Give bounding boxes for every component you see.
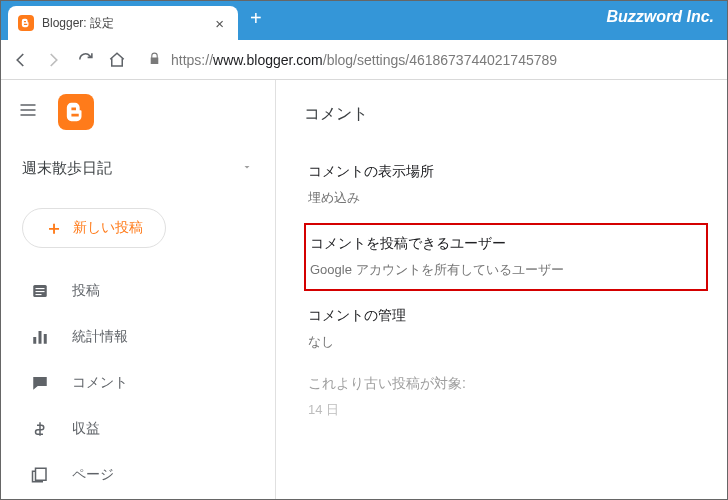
comments-icon: [30, 374, 50, 392]
brand-label: Buzzword Inc.: [606, 8, 714, 26]
hamburger-menu-icon[interactable]: [18, 100, 38, 124]
nav-label: 投稿: [72, 282, 100, 300]
url-text: https://www.blogger.com/blog/settings/46…: [171, 52, 557, 68]
chevron-down-icon: [241, 159, 253, 177]
setting-label: コメントの管理: [308, 307, 704, 325]
setting-who-can-comment[interactable]: コメントを投稿できるユーザー Google アカウントを所有しているユーザー: [304, 223, 708, 291]
nav-label: ページ: [72, 466, 114, 484]
svg-rect-2: [36, 291, 45, 292]
sidebar-item-pages[interactable]: ページ: [0, 452, 275, 498]
app-header: [0, 80, 275, 144]
pages-icon: [30, 466, 50, 484]
svg-rect-3: [36, 294, 42, 295]
setting-value: 14 日: [308, 401, 704, 419]
new-post-button[interactable]: ＋ 新しい投稿: [22, 208, 166, 248]
sidebar-item-earnings[interactable]: 収益: [0, 406, 275, 452]
close-icon[interactable]: ×: [211, 13, 228, 34]
svg-rect-4: [33, 337, 36, 344]
new-tab-button[interactable]: +: [238, 7, 274, 30]
main-content: コメント コメントの表示場所 埋め込み コメントを投稿できるユーザー Googl…: [276, 80, 728, 500]
tab-title: Blogger: 設定: [42, 15, 203, 32]
sidebar-item-posts[interactable]: 投稿: [0, 268, 275, 314]
browser-titlebar: Blogger: 設定 × + Buzzword Inc.: [0, 0, 728, 40]
setting-comment-location[interactable]: コメントの表示場所 埋め込み: [304, 151, 708, 219]
earnings-icon: [30, 420, 50, 438]
setting-value: なし: [308, 333, 704, 351]
lock-icon: [148, 52, 161, 68]
setting-label: これより古い投稿が対象:: [308, 375, 704, 393]
sidebar-item-comments[interactable]: コメント: [0, 360, 275, 406]
setting-value: Google アカウントを所有しているユーザー: [310, 261, 702, 279]
setting-label: コメントを投稿できるユーザー: [310, 235, 702, 253]
svg-rect-7: [36, 468, 47, 480]
reload-button[interactable]: [76, 51, 94, 69]
setting-value: 埋め込み: [308, 189, 704, 207]
forward-button[interactable]: [44, 51, 62, 69]
plus-icon: ＋: [45, 219, 63, 237]
nav-list: 投稿 統計情報 コメント 収益 ページ: [0, 268, 275, 498]
address-bar: https://www.blogger.com/blog/settings/46…: [0, 40, 728, 80]
posts-icon: [30, 282, 50, 300]
blogger-favicon: [18, 15, 34, 31]
svg-rect-5: [39, 331, 42, 344]
sidebar-item-stats[interactable]: 統計情報: [0, 314, 275, 360]
setting-comment-moderation[interactable]: コメントの管理 なし: [304, 295, 708, 363]
svg-rect-6: [44, 334, 47, 344]
sidebar: 週末散歩日記 ＋ 新しい投稿 投稿 統計情報 コメント: [0, 80, 276, 500]
blog-selector[interactable]: 週末散歩日記: [0, 144, 275, 192]
url-display[interactable]: https://www.blogger.com/blog/settings/46…: [148, 52, 557, 68]
blog-name: 週末散歩日記: [22, 159, 112, 178]
setting-label: コメントの表示場所: [308, 163, 704, 181]
nav-label: 収益: [72, 420, 100, 438]
nav-label: 統計情報: [72, 328, 128, 346]
stats-icon: [30, 328, 50, 346]
new-post-label: 新しい投稿: [73, 219, 143, 237]
back-button[interactable]: [12, 51, 30, 69]
nav-label: コメント: [72, 374, 128, 392]
home-button[interactable]: [108, 51, 126, 69]
section-title: コメント: [304, 104, 708, 125]
blogger-logo[interactable]: [58, 94, 94, 130]
svg-rect-1: [36, 288, 45, 289]
browser-tab[interactable]: Blogger: 設定 ×: [8, 6, 238, 40]
setting-older-than[interactable]: これより古い投稿が対象: 14 日: [304, 363, 708, 431]
